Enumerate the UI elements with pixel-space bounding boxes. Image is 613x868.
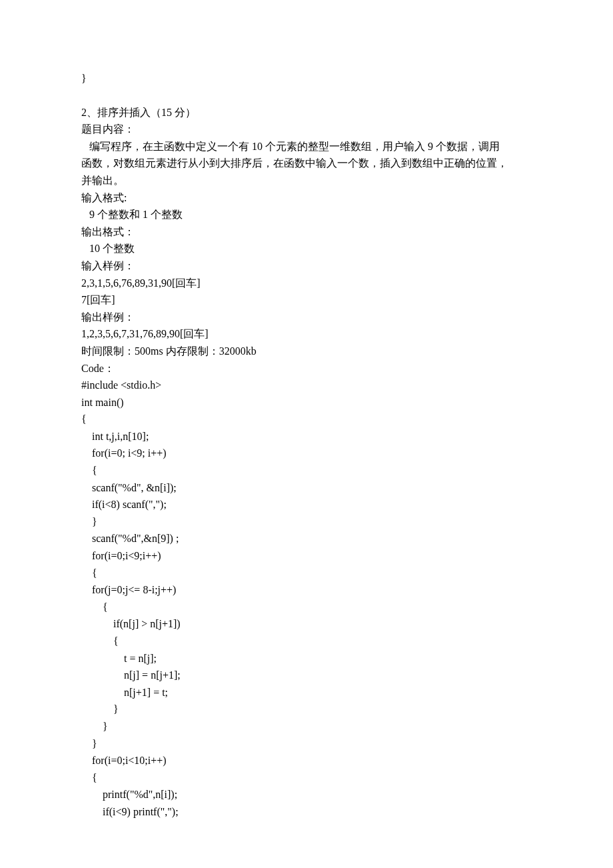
blank-line	[81, 87, 532, 104]
code-line: int t,j,i,n[10];	[81, 428, 532, 445]
code-line: if(n[j] > n[j+1])	[81, 615, 532, 633]
code-line: for(i=0;i<9;i++)	[81, 547, 532, 565]
code-line: if(i<8) scanf(",");	[81, 496, 532, 513]
text-line: Code：	[81, 360, 532, 377]
code-line: }	[81, 718, 532, 735]
text-line: 输出格式：	[81, 223, 532, 241]
code-line: n[j+1] = t;	[81, 684, 532, 701]
code-line: {	[81, 633, 532, 650]
document-page: } 2、排序并插入（15 分） 题目内容： 编写程序，在主函数中定义一个有 10…	[0, 0, 613, 868]
code-line: for(i=0;i<10;i++)	[81, 752, 532, 769]
code-line: scanf("%d", &n[i]);	[81, 479, 532, 497]
text-line: 输入样例：	[81, 257, 532, 275]
text-line: 时间限制：500ms 内存限制：32000kb	[81, 343, 532, 360]
text-line: 题目内容：	[81, 121, 532, 138]
code-line: {	[81, 411, 532, 428]
code-line: {	[81, 769, 532, 787]
heading-line: 2、排序并插入（15 分）	[81, 104, 532, 121]
text-line: 输入格式:	[81, 189, 532, 207]
text-line: 函数，对数组元素进行从小到大排序后，在函数中输入一个数，插入到数组中正确的位置，	[81, 155, 532, 172]
code-line: }	[81, 513, 532, 531]
text-line: 9 个整数和 1 个整数	[81, 206, 532, 223]
text-line: 7[回车]	[81, 291, 532, 309]
text-line: 并输出。	[81, 172, 532, 189]
code-line: if(i<9) printf(",");	[81, 803, 532, 821]
text-line: 2,3,1,5,6,76,89,31,90[回车]	[81, 275, 532, 292]
text-line: 编写程序，在主函数中定义一个有 10 个元素的整型一维数组，用户输入 9 个数据…	[81, 138, 532, 155]
code-line: {	[81, 462, 532, 479]
code-line: }	[81, 70, 532, 87]
code-line: {	[81, 565, 532, 582]
code-line: scanf("%d",&n[9]) ;	[81, 530, 532, 547]
code-line: #include <stdio.h>	[81, 377, 532, 394]
text-line: 10 个整数	[81, 240, 532, 257]
text-line: 1,2,3,5,6,7,31,76,89,90[回车]	[81, 325, 532, 343]
code-line: int main()	[81, 394, 532, 411]
code-line: }	[81, 701, 532, 718]
text-line: 输出样例：	[81, 309, 532, 326]
code-line: for(i=0; i<9; i++)	[81, 445, 532, 462]
code-line: }	[81, 735, 532, 753]
code-line: t = n[j];	[81, 650, 532, 667]
code-line: for(j=0;j<= 8-i;j++)	[81, 581, 532, 599]
code-line: {	[81, 599, 532, 616]
code-line: n[j] = n[j+1];	[81, 667, 532, 684]
code-line: printf("%d",n[i]);	[81, 786, 532, 803]
